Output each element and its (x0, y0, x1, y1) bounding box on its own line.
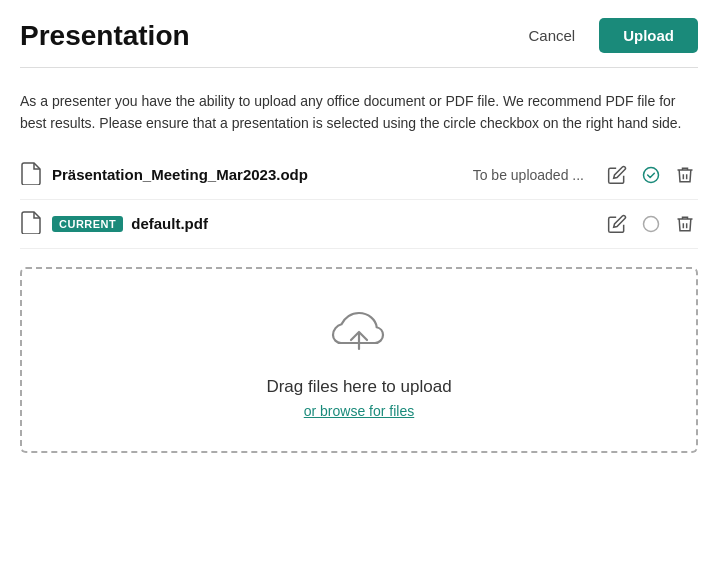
table-row: CURRENT default.pdf (20, 200, 698, 249)
dropzone[interactable]: Drag files here to upload or browse for … (20, 267, 698, 453)
svg-point-1 (644, 216, 659, 231)
drop-text: Drag files here to upload (266, 377, 451, 397)
page-title: Presentation (20, 20, 190, 52)
header-actions: Cancel Upload (518, 18, 698, 53)
table-row: Präsentation_Meeting_Mar2023.odp To be u… (20, 151, 698, 200)
description-text: As a presenter you have the ability to u… (0, 68, 718, 151)
file-actions (604, 162, 698, 188)
select-icon-inactive[interactable] (638, 211, 664, 237)
browse-link[interactable]: or browse for files (304, 403, 414, 419)
file-name: CURRENT default.pdf (52, 215, 594, 232)
current-badge: CURRENT (52, 216, 123, 232)
upload-cloud-icon (327, 307, 391, 363)
file-actions (604, 211, 698, 237)
select-icon-active[interactable] (638, 162, 664, 188)
file-name: Präsentation_Meeting_Mar2023.odp (52, 166, 454, 183)
upload-button[interactable]: Upload (599, 18, 698, 53)
edit-icon[interactable] (604, 162, 630, 188)
delete-icon[interactable] (672, 162, 698, 188)
file-icon (20, 210, 42, 238)
cancel-button[interactable]: Cancel (518, 21, 585, 50)
file-status: To be uploaded ... (464, 167, 584, 183)
file-icon (20, 161, 42, 189)
delete-icon[interactable] (672, 211, 698, 237)
svg-point-0 (644, 167, 659, 182)
edit-icon[interactable] (604, 211, 630, 237)
file-list: Präsentation_Meeting_Mar2023.odp To be u… (0, 151, 718, 249)
